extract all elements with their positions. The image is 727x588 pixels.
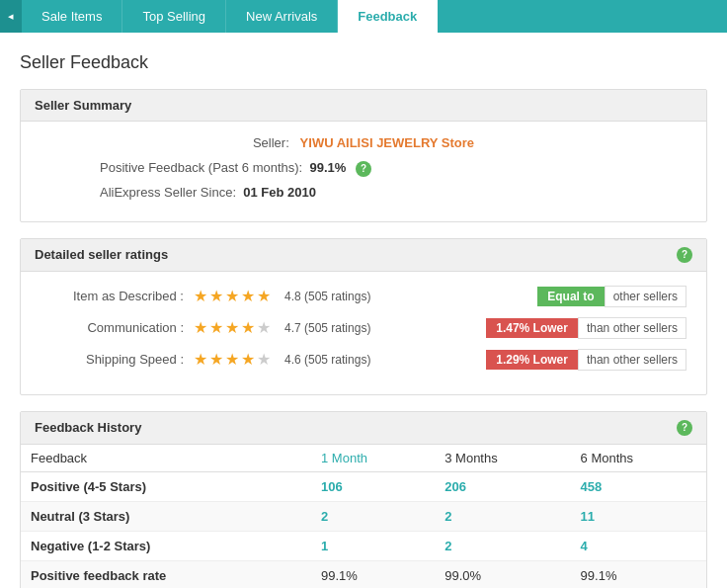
negative-1m[interactable]: 1 [311,531,435,560]
score-communication: 4.7 (505 ratings) [284,321,370,335]
star-3: ★ [225,287,239,305]
neutral-3m[interactable]: 2 [435,501,570,531]
negative-6m[interactable]: 4 [571,531,706,560]
compare-other-item-described: other sellers [605,286,687,307]
stars-shipping: ★ ★ ★ ★ ★ [194,350,271,369]
col-3months: 3 Months [435,445,570,472]
star-2: ★ [209,318,223,337]
positive-1m[interactable]: 106 [311,471,435,501]
history-row-rate: Positive feedback rate 99.1% 99.0% 99.1% [21,560,706,588]
neutral-label: Neutral (3 Stars) [21,501,311,531]
nav-tab-new-arrivals[interactable]: New Arrivals [226,0,338,33]
col-1month: 1 Month [311,445,435,472]
seller-since-row: AliExpress Seller Since: 01 Feb 2010 [100,185,687,200]
rating-row-communication: Communication : ★ ★ ★ ★ ★ 4.7 (505 ratin… [40,317,687,339]
feedback-history-table: Feedback 1 Month 3 Months 6 Months Posit… [21,445,706,588]
rating-row-shipping: Shipping Speed : ★ ★ ★ ★ ★ 4.6 (505 rati… [40,349,687,371]
star-5: ★ [257,350,271,369]
star-4: ★ [241,350,255,369]
seller-summary-card: Seller Summary Seller: YIWU AILISI JEWEL… [20,89,707,222]
stars-communication: ★ ★ ★ ★ ★ [194,318,271,337]
badge-item-described: Equal to [537,287,604,306]
compare-communication: 1.47% Lower than other sellers [486,317,687,339]
positive-label: Positive (4-5 Stars) [21,471,311,501]
seller-summary-body: Seller: YIWU AILISI JEWELRY Store Positi… [21,122,706,221]
star-3: ★ [225,350,239,369]
history-row-neutral: Neutral (3 Stars) 2 2 11 [21,501,706,531]
neutral-6m[interactable]: 11 [571,501,706,531]
compare-shipping: 1.29% Lower than other sellers [486,349,687,371]
star-2: ★ [209,287,223,305]
badge-communication: 1.47% Lower [486,318,578,338]
nav-arrow[interactable]: ◂ [0,0,22,33]
rate-3m: 99.0% [435,560,570,588]
stars-item-described: ★ ★ ★ ★ ★ [194,287,271,305]
star-1: ★ [194,350,207,369]
nav-bar: ◂ Sale Items Top Selling New Arrivals Fe… [0,0,727,33]
positive-feedback-help-icon[interactable]: ? [356,161,371,177]
history-row-negative: Negative (1-2 Stars) 1 2 4 [21,531,706,560]
rating-label-shipping: Shipping Speed : [40,352,184,367]
feedback-history-help-icon[interactable]: ? [677,420,692,436]
col-feedback: Feedback [21,445,311,472]
detailed-ratings-card: Detailed seller ratings ? Item as Descri… [20,238,707,395]
compare-other-communication: than other sellers [578,317,687,339]
score-shipping: 4.6 (505 ratings) [284,353,370,367]
page-content: Seller Feedback Seller Summary Seller: Y… [0,33,727,588]
star-4: ★ [241,318,255,337]
seller-name-row: Seller: YIWU AILISI JEWELRY Store [40,135,687,150]
detailed-ratings-header: Detailed seller ratings ? [21,239,706,272]
seller-label: Seller: [253,135,289,150]
detailed-ratings-body: Item as Described : ★ ★ ★ ★ ★ 4.8 (505 r… [21,272,706,394]
seller-summary-header: Seller Summary [21,90,706,122]
star-5: ★ [257,287,271,305]
detailed-ratings-help-icon[interactable]: ? [677,247,692,263]
feedback-history-card: Feedback History ? Feedback 1 Month 3 Mo… [20,411,707,588]
rate-6m: 99.1% [571,560,706,588]
star-5: ★ [257,318,271,337]
negative-3m[interactable]: 2 [435,531,570,560]
positive-6m[interactable]: 458 [571,471,706,501]
rating-label-item-described: Item as Described : [40,289,184,303]
positive-3m[interactable]: 206 [435,471,570,501]
star-1: ★ [194,318,207,337]
nav-tab-top-selling[interactable]: Top Selling [122,0,226,33]
history-table-header-row: Feedback 1 Month 3 Months 6 Months [21,445,706,472]
rating-row-item-described: Item as Described : ★ ★ ★ ★ ★ 4.8 (505 r… [40,286,687,307]
rate-label: Positive feedback rate [21,560,311,588]
star-2: ★ [209,350,223,369]
nav-tab-feedback[interactable]: Feedback [338,0,438,33]
star-3: ★ [225,318,239,337]
nav-tab-sale-items[interactable]: Sale Items [22,0,122,33]
seller-name-link[interactable]: YIWU AILISI JEWELRY Store [300,135,474,150]
page-title: Seller Feedback [20,52,707,73]
badge-shipping: 1.29% Lower [486,350,578,370]
rating-label-communication: Communication : [40,320,184,335]
compare-item-described: Equal to other sellers [537,286,687,307]
neutral-1m[interactable]: 2 [311,501,435,531]
compare-other-shipping: than other sellers [578,349,687,371]
col-6months: 6 Months [571,445,706,472]
star-1: ★ [194,287,207,305]
positive-feedback-row: Positive Feedback (Past 6 months): 99.1%… [100,160,687,177]
history-row-positive: Positive (4-5 Stars) 106 206 458 [21,471,706,501]
score-item-described: 4.8 (505 ratings) [284,290,370,303]
feedback-history-header: Feedback History ? [21,412,706,445]
rate-1m: 99.1% [311,560,435,588]
feedback-history-body: Feedback 1 Month 3 Months 6 Months Posit… [21,445,706,588]
negative-label: Negative (1-2 Stars) [21,531,311,560]
star-4: ★ [241,287,255,305]
